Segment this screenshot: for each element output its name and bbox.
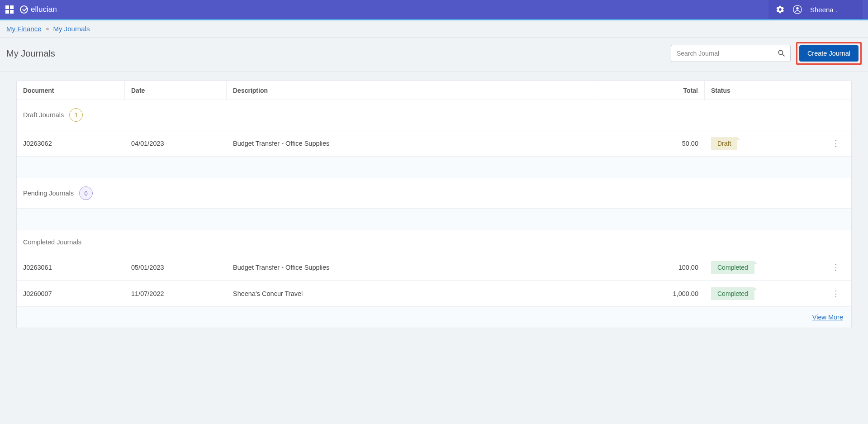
page-header: My Journals Create Journal	[0, 38, 868, 71]
row-menu-icon[interactable]: ⋮	[832, 289, 840, 298]
section-draft-label: Draft Journals	[23, 111, 64, 119]
brand-text: ellucian	[31, 5, 57, 14]
cell-date: 11/07/2022	[125, 290, 227, 297]
section-pending-journals: Pending Journals 0	[17, 178, 851, 209]
status-badge-completed: Completed	[711, 261, 754, 274]
row-menu-icon[interactable]: ⋮	[832, 139, 840, 148]
create-journal-button[interactable]: Create Journal	[799, 45, 859, 62]
section-draft-journals: Draft Journals 1	[17, 100, 851, 130]
apps-icon[interactable]	[5, 5, 14, 14]
journals-table: Document Date Description Total Status D…	[16, 81, 852, 328]
cell-document: J0263061	[23, 264, 125, 271]
cell-date: 04/01/2023	[125, 140, 227, 147]
section-gap	[17, 209, 851, 230]
section-completed-label: Completed Journals	[23, 238, 81, 246]
draft-count-badge: 1	[69, 108, 83, 122]
cell-description: Budget Transfer - Office Supplies	[227, 140, 596, 147]
cell-status: Draft	[705, 137, 827, 150]
cell-document: J0260007	[23, 290, 125, 297]
cell-status: Completed	[705, 287, 827, 300]
cell-status: Completed	[705, 261, 827, 274]
status-badge-completed: Completed	[711, 287, 754, 300]
page-title: My Journals	[6, 48, 55, 59]
col-description: Description	[227, 81, 596, 100]
cell-description: Budget Transfer - Office Supplies	[227, 264, 596, 271]
cell-total: 1,000.00	[596, 290, 705, 297]
breadcrumb-separator-icon	[46, 28, 49, 30]
pending-count-badge: 0	[79, 186, 93, 200]
table-row[interactable]: J0263062 04/01/2023 Budget Transfer - Of…	[17, 130, 851, 157]
gear-icon[interactable]	[776, 5, 785, 14]
breadcrumb-current: My Journals	[53, 25, 90, 33]
table-row[interactable]: J0260007 11/07/2022 Sheena's Concur Trav…	[17, 281, 851, 307]
brand-logo-icon	[20, 5, 28, 14]
breadcrumb: My Finance My Journals	[0, 20, 868, 38]
section-gap	[17, 157, 851, 178]
user-name[interactable]: Sheena .	[810, 6, 837, 14]
row-menu-icon[interactable]: ⋮	[832, 263, 840, 272]
cell-total: 100.00	[596, 264, 705, 271]
status-badge-draft: Draft	[711, 137, 737, 150]
cell-date: 05/01/2023	[125, 264, 227, 271]
table-header: Document Date Description Total Status	[17, 81, 851, 100]
col-date: Date	[125, 81, 227, 100]
view-more-link[interactable]: View More	[812, 314, 843, 321]
avatar-icon[interactable]	[793, 5, 802, 14]
view-more-row: View More	[17, 307, 851, 328]
search-wrap	[671, 45, 791, 62]
create-button-highlight: Create Journal	[796, 42, 862, 65]
breadcrumb-root-link[interactable]: My Finance	[6, 25, 42, 33]
cell-document: J0263062	[23, 140, 125, 147]
cell-total: 50.00	[596, 140, 705, 147]
svg-point-1	[796, 7, 798, 10]
brand: ellucian	[20, 5, 57, 14]
table-row[interactable]: J0263061 05/01/2023 Budget Transfer - Of…	[17, 254, 851, 281]
search-input[interactable]	[671, 45, 791, 62]
col-status: Status	[705, 81, 827, 100]
col-document: Document	[23, 81, 125, 100]
search-icon[interactable]	[777, 49, 786, 58]
cell-description: Sheena's Concur Travel	[227, 290, 596, 297]
section-pending-label: Pending Journals	[23, 190, 74, 197]
col-total: Total	[596, 81, 705, 100]
topbar: ellucian Sheena .	[0, 0, 868, 19]
section-completed-journals: Completed Journals	[17, 230, 851, 254]
